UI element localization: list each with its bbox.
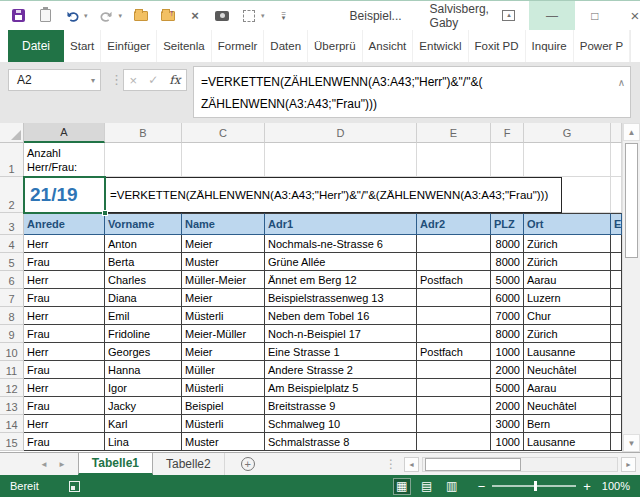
row-header-4[interactable]: 4 <box>0 235 24 253</box>
cell-b7[interactable]: Diana <box>105 289 182 307</box>
cell-a15[interactable]: Frau <box>24 433 105 451</box>
ribbon-tab-formelr[interactable]: Formelr <box>212 30 265 62</box>
cell-c6[interactable]: Müller-Meier <box>182 271 265 289</box>
ribbon-tab-überprü[interactable]: Überprü <box>308 30 363 62</box>
cell-g15[interactable]: Lausanne <box>524 433 611 451</box>
cell-b1[interactable] <box>105 143 182 177</box>
cell-d13[interactable]: Breitstrasse 9 <box>265 397 417 415</box>
cell-b8[interactable]: Emil <box>105 307 182 325</box>
row-header-6[interactable]: 6 <box>0 271 24 289</box>
cell-h13[interactable] <box>611 397 622 415</box>
cell-b14[interactable]: Karl <box>105 415 182 433</box>
cell-a10[interactable]: Herr <box>24 343 105 361</box>
vertical-scrollbar[interactable]: ▲ ▼ <box>622 123 640 452</box>
cell-a5[interactable]: Frau <box>24 253 105 271</box>
cell-h6[interactable] <box>611 271 622 289</box>
macro-record-icon[interactable] <box>69 481 80 492</box>
cell-g6[interactable]: Aarau <box>524 271 611 289</box>
tell-me-box[interactable]: Sie wünsc <box>630 30 640 62</box>
cell-g7[interactable]: Luzern <box>524 289 611 307</box>
cell-b12[interactable]: Igor <box>105 379 182 397</box>
cell-b6[interactable]: Charles <box>105 271 182 289</box>
scroll-down-icon[interactable]: ▼ <box>623 434 640 452</box>
page-layout-icon[interactable]: ▤ <box>418 478 436 495</box>
cell-f1[interactable] <box>491 143 524 177</box>
cell-c4[interactable]: Meier <box>182 235 265 253</box>
sheet-nav-right-icon[interactable]: ► <box>58 460 66 469</box>
cell-h8[interactable] <box>611 307 622 325</box>
cell-e8[interactable] <box>417 307 491 325</box>
table-header-plz[interactable]: PLZ <box>491 213 524 235</box>
cell-a6[interactable]: Herr <box>24 271 105 289</box>
cell-f8[interactable]: 7000 <box>491 307 524 325</box>
page-break-preview-icon[interactable]: ▥ <box>443 478 461 495</box>
cell-e5[interactable] <box>417 253 491 271</box>
ribbon-display-options-icon[interactable]: ▴ <box>489 1 529 30</box>
cell-e4[interactable] <box>417 235 491 253</box>
cell-e7[interactable] <box>417 289 491 307</box>
cell-c5[interactable]: Muster <box>182 253 265 271</box>
collapse-formula-bar-icon[interactable]: ∧ <box>618 72 625 94</box>
cell-d15[interactable]: Schmalstrasse 8 <box>265 433 417 451</box>
cell-f12[interactable]: 5000 <box>491 379 524 397</box>
cell-d5[interactable]: Grüne Allée <box>265 253 417 271</box>
cell-g13[interactable]: Neuchâtel <box>524 397 611 415</box>
cell-a13[interactable]: Frau <box>24 397 105 415</box>
column-header-c[interactable]: C <box>182 123 265 143</box>
zoom-slider-track[interactable] <box>492 485 576 487</box>
horizontal-scrollbar-thumb[interactable] <box>425 458 521 471</box>
save-as-folder-icon[interactable] <box>160 8 176 24</box>
table-header-ort[interactable]: Ort <box>524 213 611 235</box>
cell-h7[interactable] <box>611 289 622 307</box>
row-header-11[interactable]: 11 <box>0 361 24 379</box>
cell-e11[interactable] <box>417 361 491 379</box>
cell-a12[interactable]: Herr <box>24 379 105 397</box>
row-header-7[interactable]: 7 <box>0 289 24 307</box>
cell-c8[interactable]: Müsterli <box>182 307 265 325</box>
insert-function-icon[interactable]: fx <box>169 73 180 87</box>
cell-d11[interactable]: Andere Strasse 2 <box>265 361 417 379</box>
row-header-3[interactable]: 3 <box>0 213 24 235</box>
cell-h9[interactable] <box>611 325 622 343</box>
cell-a11[interactable]: Frau <box>24 361 105 379</box>
account-user-name[interactable]: Salvisberg, Gaby <box>430 2 489 30</box>
redo-dropdown-icon[interactable]: ▾ <box>119 12 123 20</box>
maximize-icon[interactable]: □ <box>575 1 615 30</box>
column-header-b[interactable]: B <box>105 123 182 143</box>
column-header-f[interactable]: F <box>491 123 524 143</box>
cell-c7[interactable]: Meier <box>182 289 265 307</box>
cell-c11[interactable]: Müller <box>182 361 265 379</box>
cell-g12[interactable]: Aarau <box>524 379 611 397</box>
cell-e10[interactable]: Postfach <box>417 343 491 361</box>
row-header-10[interactable]: 10 <box>0 343 24 361</box>
cell-a7[interactable]: Frau <box>24 289 105 307</box>
cell-b4[interactable]: Anton <box>105 235 182 253</box>
cell-c1[interactable] <box>182 143 265 177</box>
cell-d14[interactable]: Schmalweg 10 <box>265 415 417 433</box>
cell-g14[interactable]: Bern <box>524 415 611 433</box>
cell-b15[interactable]: Lina <box>105 433 182 451</box>
cell-e6[interactable]: Postfach <box>417 271 491 289</box>
scroll-up-icon[interactable]: ▲ <box>623 123 640 141</box>
cell-c12[interactable]: Müsterli <box>182 379 265 397</box>
column-header-a[interactable]: A <box>24 123 105 143</box>
ribbon-tab-foxit-pd[interactable]: Foxit PD <box>469 30 526 62</box>
select-all-corner[interactable] <box>0 123 24 143</box>
cell-h15[interactable] <box>611 433 622 451</box>
zoom-slider-thumb[interactable] <box>534 481 537 491</box>
ribbon-tab-start[interactable]: Start <box>64 30 101 62</box>
ribbon-tab-einfüger[interactable]: Einfüger <box>101 30 157 62</box>
cell-c15[interactable]: Muster <box>182 433 265 451</box>
cell-f6[interactable]: 5000 <box>491 271 524 289</box>
table-header-vorname[interactable]: Vorname <box>105 213 182 235</box>
cell-f9[interactable]: 8000 <box>491 325 524 343</box>
cell-f4[interactable]: 8000 <box>491 235 524 253</box>
cell-h14[interactable] <box>611 415 622 433</box>
zoom-in-icon[interactable]: + <box>583 480 591 493</box>
cell-a9[interactable]: Frau <box>24 325 105 343</box>
cell-b13[interactable]: Jacky <box>105 397 182 415</box>
cell-b11[interactable]: Hanna <box>105 361 182 379</box>
cell-d10[interactable]: Eine Strasse 1 <box>265 343 417 361</box>
ribbon-tab-datei[interactable]: Datei <box>8 30 64 62</box>
column-header-d[interactable]: D <box>265 123 417 143</box>
